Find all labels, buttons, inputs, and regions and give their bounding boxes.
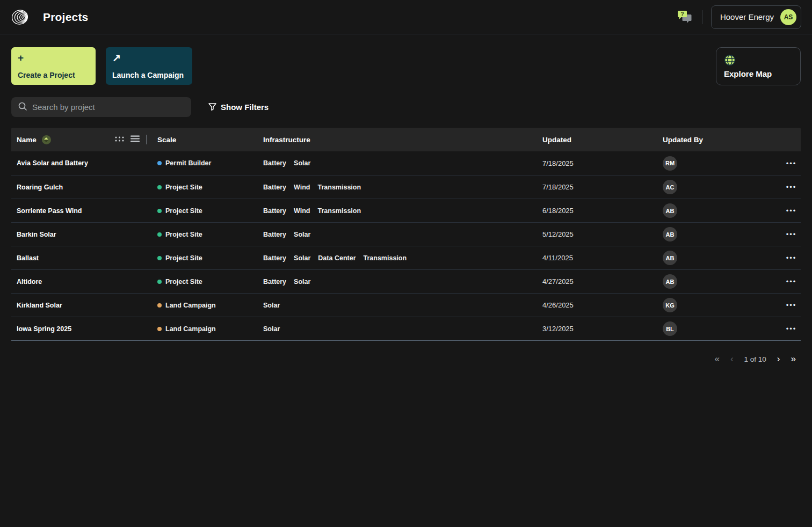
scale-cell: Land Campaign [157, 325, 263, 333]
infrastructure-cell: BatteryWindTransmission [263, 207, 542, 215]
scale-status-dot [157, 256, 162, 260]
project-name: Sorriente Pass Wind [11, 207, 157, 215]
table-row[interactable]: Roaring Gulch Project Site BatteryWindTr… [11, 175, 801, 199]
updated-by-avatar: KG [663, 298, 677, 312]
pagination-next-icon[interactable]: › [777, 354, 780, 364]
create-project-label: Create a Project [18, 71, 75, 79]
project-name: Kirkland Solar [11, 302, 157, 309]
table-row[interactable]: Iowa Spring 2025 Land Campaign Solar 3/1… [11, 317, 801, 340]
table-header-row: Name [11, 128, 801, 151]
create-project-button[interactable]: + Create a Project [11, 47, 96, 85]
infrastructure-tag: Solar [294, 278, 310, 286]
infrastructure-tag: Wind [294, 184, 310, 191]
search-input[interactable] [32, 103, 185, 112]
pagination-prev-icon[interactable]: ‹ [730, 354, 734, 364]
scale-label: Land Campaign [165, 325, 216, 333]
scale-status-dot [157, 303, 162, 308]
project-name: Avia Solar and Battery [11, 159, 157, 167]
pagination-label: 1 of 10 [744, 355, 766, 363]
updated-date: 4/26/2025 [542, 301, 663, 309]
app-logo-icon [11, 6, 31, 28]
arrow-up-right-icon: ↗ [112, 53, 121, 63]
row-actions-menu-icon[interactable]: ••• [786, 159, 797, 167]
infrastructure-tag: Battery [263, 159, 286, 167]
infrastructure-tag: Battery [263, 231, 286, 238]
infrastructure-cell: Solar [263, 325, 542, 333]
updated-by-avatar: AB [663, 274, 677, 289]
scale-label: Permit Builder [165, 159, 211, 167]
infrastructure-tag: Solar [294, 231, 310, 238]
actions-row: + Create a Project ↗ Launch a Campaign E… [0, 34, 812, 85]
project-name: Ballast [11, 254, 157, 262]
project-name: Altidore [11, 278, 157, 286]
row-actions-menu-icon[interactable]: ••• [786, 301, 797, 309]
scale-cell: Project Site [157, 254, 263, 262]
projects-table: Name [11, 128, 801, 341]
updated-by-cell: AC [663, 180, 782, 194]
svg-text:?: ? [680, 11, 684, 17]
help-chat-icon[interactable]: ? [676, 10, 693, 25]
infrastructure-tag: Battery [263, 184, 286, 191]
scale-label: Project Site [165, 254, 202, 262]
updated-date: 4/27/2025 [542, 277, 663, 286]
scale-cell: Permit Builder [157, 159, 263, 167]
row-actions-menu-icon[interactable]: ••• [786, 230, 797, 238]
launch-campaign-button[interactable]: ↗ Launch a Campaign [106, 47, 192, 85]
row-actions-menu-icon[interactable]: ••• [786, 183, 797, 191]
infrastructure-cell: Solar [263, 302, 542, 309]
table-row[interactable]: Ballast Project Site BatterySolarData Ce… [11, 246, 801, 269]
show-filters-button[interactable]: Show Filters [208, 102, 269, 113]
updated-date: 3/12/2025 [542, 325, 663, 333]
table-row[interactable]: Sorriente Pass Wind Project Site Battery… [11, 199, 801, 222]
infrastructure-cell: BatterySolar [263, 159, 542, 167]
scale-status-dot [157, 232, 162, 237]
infrastructure-cell: BatterySolarData CenterTransmission [263, 254, 542, 262]
infrastructure-tag: Solar [294, 254, 310, 262]
updated-by-avatar: RM [663, 156, 677, 171]
column-header-updated-by: Updated By [663, 136, 782, 144]
scale-cell: Project Site [157, 231, 263, 238]
updated-date: 7/18/2025 [542, 159, 663, 167]
show-filters-label: Show Filters [221, 103, 269, 112]
row-actions-menu-icon[interactable]: ••• [786, 277, 797, 286]
infrastructure-tag: Battery [263, 278, 286, 286]
table-row[interactable]: Avia Solar and Battery Permit Builder Ba… [11, 151, 801, 175]
sort-ascending-icon[interactable] [42, 135, 51, 144]
search-row: Show Filters [0, 85, 812, 117]
explore-map-button[interactable]: Explore Map [716, 47, 801, 85]
scale-status-dot [157, 209, 162, 213]
table-row[interactable]: Barkin Solar Project Site BatterySolar 5… [11, 222, 801, 246]
row-actions-menu-icon[interactable]: ••• [786, 207, 797, 215]
topbar-divider [702, 10, 702, 24]
row-actions-menu-icon[interactable]: ••• [786, 325, 797, 333]
pagination-first-icon[interactable]: « [714, 354, 719, 364]
scale-label: Land Campaign [165, 302, 216, 309]
table-row[interactable]: Altidore Project Site BatterySolar 4/27/… [11, 269, 801, 293]
scale-cell: Project Site [157, 278, 263, 286]
list-view-icon[interactable] [130, 135, 140, 144]
pagination-last-icon[interactable]: » [791, 354, 796, 364]
org-menu-button[interactable]: Hoover Energy AS [711, 5, 801, 29]
plus-icon: + [18, 53, 24, 63]
updated-by-avatar: AB [663, 203, 677, 218]
updated-date: 6/18/2025 [542, 207, 663, 215]
updated-by-cell: RM [663, 156, 782, 171]
scale-label: Project Site [165, 184, 202, 191]
infrastructure-tag: Solar [294, 159, 310, 167]
row-actions-menu-icon[interactable]: ••• [786, 254, 797, 262]
infrastructure-tag: Wind [294, 207, 310, 215]
table-row[interactable]: Kirkland Solar Land Campaign Solar 4/26/… [11, 293, 801, 317]
infrastructure-cell: BatteryWindTransmission [263, 184, 542, 191]
infrastructure-tag: Solar [263, 302, 280, 309]
explore-map-label: Explore Map [724, 69, 772, 78]
launch-campaign-label: Launch a Campaign [112, 71, 184, 79]
search-box[interactable] [11, 97, 191, 117]
grid-view-icon[interactable] [115, 136, 124, 144]
updated-by-cell: AB [663, 251, 782, 265]
updated-by-cell: KG [663, 298, 782, 312]
updated-date: 5/12/2025 [542, 230, 663, 238]
column-header-name: Name [17, 136, 37, 144]
updated-by-cell: AB [663, 203, 782, 218]
infrastructure-tag: Transmission [318, 207, 361, 215]
infrastructure-tag: Data Center [318, 254, 356, 262]
